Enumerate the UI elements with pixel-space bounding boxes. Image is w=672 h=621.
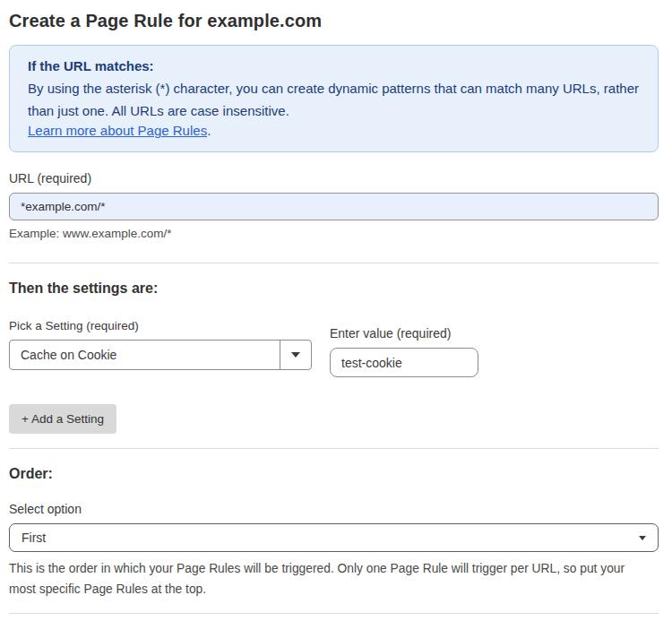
order-section-heading: Order:: [9, 466, 659, 482]
setting-select-arrow-button[interactable]: [280, 341, 311, 369]
url-input[interactable]: [9, 193, 659, 220]
order-select[interactable]: First: [9, 523, 659, 552]
setting-select[interactable]: Cache on Cookie: [9, 340, 312, 370]
pick-setting-column: Pick a Setting (required) Cache on Cooki…: [9, 319, 312, 370]
pick-setting-label: Pick a Setting (required): [9, 319, 312, 332]
create-page-rule-form: Create a Page Rule for example.com If th…: [0, 0, 672, 621]
enter-value-column: Enter value (required): [330, 326, 478, 377]
order-select-value: First: [22, 530, 46, 545]
enter-value-label: Enter value (required): [330, 326, 478, 341]
divider: [9, 448, 659, 449]
setting-value-input[interactable]: [330, 348, 478, 377]
url-field-label: URL (required): [9, 171, 659, 185]
info-box-link-line: Learn more about Page Rules.: [28, 123, 640, 139]
divider: [9, 263, 659, 263]
link-suffix: .: [207, 123, 211, 138]
chevron-down-icon: [639, 536, 646, 540]
url-match-info-box: If the URL matches: By using the asteris…: [9, 45, 659, 152]
page-title: Create a Page Rule for example.com: [9, 11, 659, 31]
setting-row: Pick a Setting (required) Cache on Cooki…: [9, 319, 659, 377]
order-helper-text: This is the order in which your Page Rul…: [9, 559, 654, 600]
order-select-label: Select option: [9, 502, 659, 516]
info-box-body: By using the asterisk (*) character, you…: [28, 77, 640, 124]
setting-select-value: Cache on Cookie: [10, 348, 280, 362]
divider: [9, 613, 659, 614]
settings-section-heading: Then the settings are:: [9, 280, 659, 297]
info-box-heading: If the URL matches:: [28, 56, 640, 77]
learn-more-link[interactable]: Learn more about Page Rules: [28, 123, 207, 138]
url-example-helper: Example: www.example.com/*: [9, 227, 659, 240]
add-setting-button[interactable]: + Add a Setting: [9, 404, 116, 434]
chevron-down-icon: [291, 352, 300, 358]
